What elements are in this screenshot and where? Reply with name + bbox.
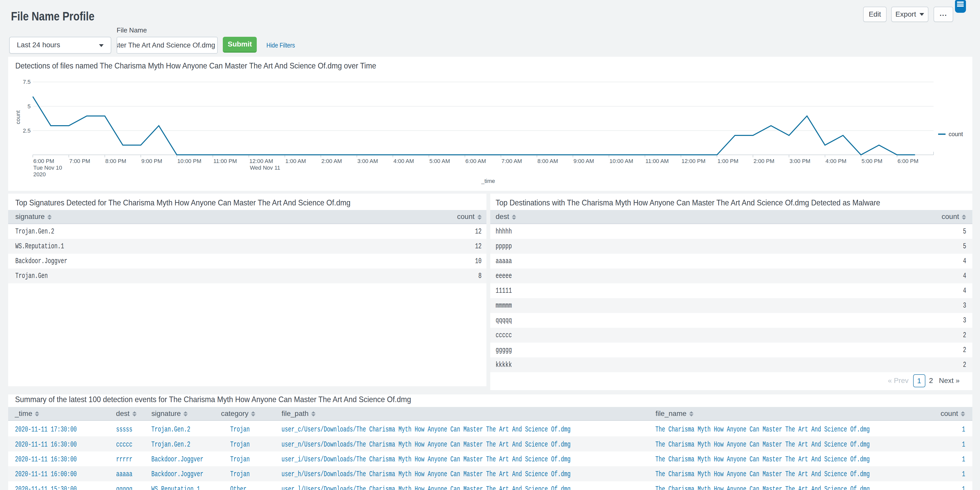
svg-text:5: 5	[27, 103, 30, 110]
svg-text:9:00 PM: 9:00 PM	[142, 158, 162, 164]
svg-text:1:00 AM: 1:00 AM	[285, 158, 306, 164]
svg-text:10:00 AM: 10:00 AM	[609, 158, 633, 164]
svg-text:8:00 AM: 8:00 AM	[538, 158, 558, 164]
svg-text:2020: 2020	[33, 171, 46, 177]
svg-text:6:00 AM: 6:00 AM	[466, 158, 486, 164]
svg-text:11:00 PM: 11:00 PM	[213, 158, 237, 164]
svg-text:5:00 PM: 5:00 PM	[862, 158, 883, 164]
svg-text:5:00 AM: 5:00 AM	[430, 158, 450, 164]
svg-text:7:00 PM: 7:00 PM	[69, 158, 90, 164]
svg-text:count: count	[948, 131, 963, 137]
svg-text:11:00 AM: 11:00 AM	[646, 158, 669, 164]
svg-text:_time: _time	[481, 178, 495, 184]
svg-text:1:00 PM: 1:00 PM	[718, 158, 738, 164]
svg-text:3:00 AM: 3:00 AM	[357, 158, 378, 164]
svg-text:2:00 AM: 2:00 AM	[321, 158, 342, 164]
svg-text:count: count	[15, 110, 21, 124]
svg-text:2:00 PM: 2:00 PM	[753, 158, 774, 164]
svg-text:7:00 AM: 7:00 AM	[501, 158, 522, 164]
svg-text:9:00 AM: 9:00 AM	[573, 158, 594, 164]
svg-text:6:00 PM: 6:00 PM	[897, 158, 918, 164]
svg-text:4:00 PM: 4:00 PM	[826, 158, 846, 164]
svg-text:12:00 PM: 12:00 PM	[681, 158, 705, 164]
svg-text:Wed Nov 11: Wed Nov 11	[250, 164, 280, 171]
svg-text:2.5: 2.5	[23, 128, 30, 134]
svg-text:Tue Nov 10: Tue Nov 10	[33, 164, 62, 171]
svg-text:3:00 PM: 3:00 PM	[790, 158, 811, 164]
svg-text:8:00 PM: 8:00 PM	[105, 158, 126, 164]
svg-text:4:00 AM: 4:00 AM	[393, 158, 414, 164]
svg-text:12:00 AM: 12:00 AM	[249, 158, 273, 164]
svg-text:6:00 PM: 6:00 PM	[33, 158, 54, 164]
svg-text:10:00 PM: 10:00 PM	[177, 158, 201, 164]
svg-text:7.5: 7.5	[23, 79, 30, 85]
